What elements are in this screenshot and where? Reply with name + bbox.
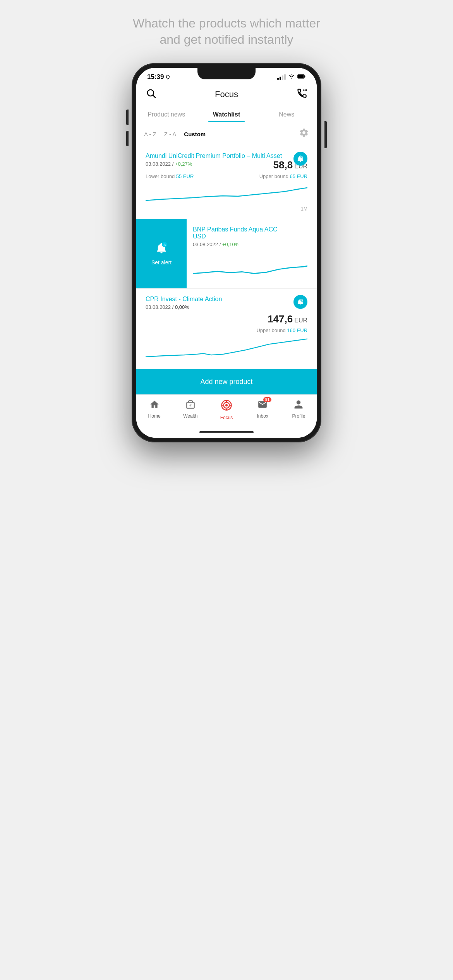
power-button bbox=[324, 121, 327, 148]
svg-text:$: $ bbox=[301, 299, 303, 302]
set-alert-button[interactable]: $ Set alert bbox=[136, 219, 187, 288]
nav-wealth[interactable]: € Wealth bbox=[172, 398, 208, 420]
nav-focus[interactable]: Focus bbox=[208, 398, 244, 420]
product-price-amundi: 58,8 bbox=[273, 159, 293, 171]
headline-line2: and get notified instantly bbox=[160, 33, 293, 46]
wealth-icon: € bbox=[185, 399, 196, 412]
sort-az[interactable]: A - Z bbox=[144, 131, 156, 137]
product-card-bnp[interactable]: $ Set alert BNP Paribas Funds Aqua ACC U… bbox=[136, 219, 317, 289]
focus-icon bbox=[221, 399, 232, 413]
wifi-icon bbox=[288, 74, 295, 80]
upper-bound-amundi: 65 EUR bbox=[290, 173, 307, 179]
chart-label-amundi: 1M bbox=[146, 206, 307, 212]
bnp-card-content: BNP Paribas Funds Aqua ACC USD 03.08.202… bbox=[187, 219, 317, 288]
svg-text:$: $ bbox=[163, 243, 166, 247]
nav-inbox-label: Inbox bbox=[257, 413, 268, 419]
status-icons bbox=[277, 74, 306, 80]
inbox-icon-wrapper: 91 bbox=[257, 399, 268, 412]
location-icon bbox=[165, 75, 170, 80]
app-header: Focus bbox=[136, 84, 317, 106]
svg-point-7 bbox=[303, 89, 305, 91]
product-meta-cpr: 03.08.2022 / 0,00% bbox=[146, 304, 307, 310]
nav-home[interactable]: Home bbox=[136, 398, 172, 420]
product-change-cpr: 0,00% bbox=[175, 304, 189, 310]
svg-text:€: € bbox=[189, 403, 192, 408]
product-change-amundi: +0,27% bbox=[175, 161, 192, 167]
status-time: 15:39 bbox=[147, 73, 170, 81]
nav-profile-label: Profile bbox=[292, 413, 305, 419]
alert-icon-amundi[interactable]: $ bbox=[293, 152, 307, 166]
search-button[interactable] bbox=[146, 88, 156, 101]
sort-custom[interactable]: Custom bbox=[184, 131, 206, 137]
app-title: Focus bbox=[215, 89, 238, 99]
alert-bell-icon: $ bbox=[155, 242, 168, 257]
bounds-row-cpr: Upper bound 160 EUR bbox=[146, 327, 307, 333]
nav-home-label: Home bbox=[148, 413, 161, 419]
headline-line1: Whatch the products which matter bbox=[133, 16, 320, 30]
bounds-row-amundi: Lower bound 55 EUR Upper bound 65 EUR bbox=[146, 173, 307, 179]
product-name-amundi: Amundi UniCredit Premium Portfolio – Mul… bbox=[146, 152, 307, 159]
sort-bar: A - Z Z - A Custom bbox=[136, 122, 317, 146]
inbox-badge: 91 bbox=[263, 397, 271, 402]
product-currency-cpr: EUR bbox=[294, 317, 307, 324]
page-headline: Whatch the products which matter and get… bbox=[125, 15, 328, 48]
svg-point-3 bbox=[148, 90, 154, 96]
svg-point-18 bbox=[225, 404, 228, 406]
product-name-bnp: BNP Paribas Funds Aqua ACC USD bbox=[193, 226, 307, 240]
phone-frame: 15:39 bbox=[132, 63, 321, 442]
svg-rect-1 bbox=[298, 75, 304, 78]
tab-watchlist[interactable]: Watchlist bbox=[196, 106, 256, 122]
nav-inbox[interactable]: 91 Inbox bbox=[245, 398, 281, 420]
sort-settings-icon[interactable] bbox=[299, 128, 309, 140]
volume-up-button bbox=[126, 110, 129, 125]
nav-focus-label: Focus bbox=[220, 415, 233, 420]
svg-text:$: $ bbox=[301, 156, 303, 159]
product-price-row-cpr: 147,6 EUR bbox=[146, 313, 307, 325]
chart-cpr bbox=[146, 337, 307, 360]
svg-rect-2 bbox=[304, 75, 305, 77]
tab-product-news[interactable]: Product news bbox=[136, 106, 196, 122]
product-meta-bnp: 03.08.2022 / +0,10% bbox=[193, 242, 307, 247]
product-price-cpr: 147,6 bbox=[268, 313, 293, 325]
svg-point-5 bbox=[304, 89, 306, 91]
nav-profile[interactable]: Profile bbox=[281, 398, 317, 420]
profile-icon bbox=[293, 399, 304, 412]
svg-line-4 bbox=[153, 95, 155, 98]
phone-menu-button[interactable] bbox=[297, 88, 307, 101]
nav-wealth-label: Wealth bbox=[183, 413, 197, 419]
notch bbox=[197, 68, 256, 79]
volume-down-button bbox=[126, 131, 129, 146]
product-name-cpr: CPR Invest - Climate Action bbox=[146, 296, 307, 303]
product-card-cpr[interactable]: $ CPR Invest - Climate Action 03.08.2022… bbox=[136, 289, 317, 369]
tab-bar: Product news Watchlist News bbox=[136, 106, 317, 122]
tab-news[interactable]: News bbox=[257, 106, 317, 122]
set-alert-label: Set alert bbox=[151, 259, 172, 266]
home-bar bbox=[199, 431, 254, 433]
add-product-button[interactable]: Add new product bbox=[136, 369, 317, 394]
product-card-amundi[interactable]: $ Amundi UniCredit Premium Portfolio – M… bbox=[136, 146, 317, 219]
product-change-bnp: +0,10% bbox=[222, 242, 239, 247]
upper-bound-cpr: 160 EUR bbox=[287, 327, 307, 333]
chart-amundi bbox=[146, 183, 307, 206]
bottom-nav: Home € Wealth bbox=[136, 394, 317, 428]
lower-bound-amundi: 55 EUR bbox=[176, 173, 194, 179]
signal-icon bbox=[277, 74, 286, 80]
phone-screen: 15:39 bbox=[136, 68, 317, 438]
home-indicator bbox=[136, 428, 317, 438]
svg-point-6 bbox=[306, 89, 307, 91]
battery-icon bbox=[297, 74, 306, 80]
sort-za[interactable]: Z - A bbox=[164, 131, 177, 137]
chart-bnp bbox=[193, 257, 307, 280]
home-icon bbox=[149, 399, 160, 412]
alert-icon-cpr[interactable]: $ bbox=[293, 295, 307, 309]
status-bar: 15:39 bbox=[136, 68, 317, 84]
